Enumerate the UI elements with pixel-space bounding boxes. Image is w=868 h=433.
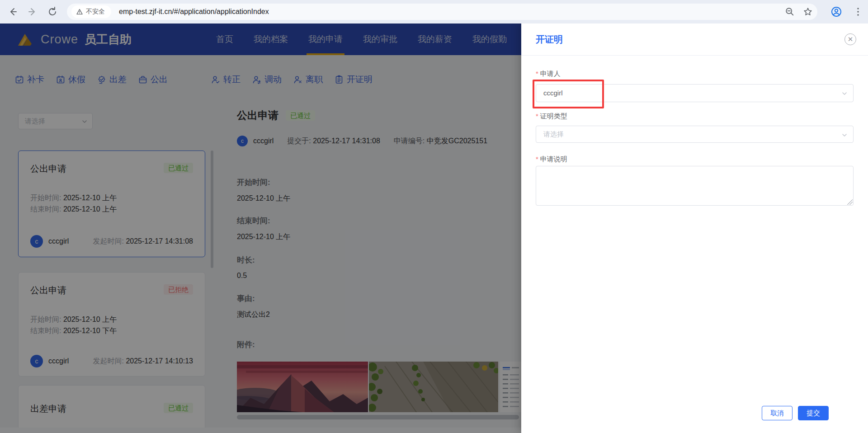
- url-text[interactable]: emp-test.zjf-it.cn/#/application/applica…: [119, 4, 269, 20]
- page-content: Crowe 员工自助 首页 我的档案 我的申请 我的审批 我的薪资 我的假勤 补…: [0, 24, 868, 433]
- required-asterisk: *: [536, 155, 538, 163]
- description-textarea[interactable]: [536, 166, 854, 206]
- reload-icon[interactable]: [47, 6, 58, 17]
- zoom-out-icon[interactable]: [785, 7, 795, 17]
- applicant-select[interactable]: cccgirl: [536, 84, 854, 102]
- applicant-value: cccgirl: [543, 89, 563, 97]
- profile-icon[interactable]: [831, 6, 842, 17]
- address-bar[interactable]: 不安全 emp-test.zjf-it.cn/#/application/app…: [67, 4, 817, 20]
- divider: [521, 55, 868, 56]
- certificate-type-label: *证明类型: [536, 112, 567, 121]
- security-chip[interactable]: 不安全: [71, 5, 111, 18]
- menu-dots-icon[interactable]: [853, 6, 863, 17]
- required-asterisk: *: [536, 112, 538, 120]
- drawer-title: 开证明: [536, 33, 563, 46]
- required-asterisk: *: [536, 70, 538, 77]
- forward-icon[interactable]: [27, 6, 38, 17]
- applicant-label: *申请人: [536, 70, 561, 78]
- chevron-down-icon: [841, 90, 848, 97]
- screenshot-root: 不安全 emp-test.zjf-it.cn/#/application/app…: [0, 0, 868, 433]
- cancel-button[interactable]: 取消: [762, 406, 793, 420]
- browser-chrome: 不安全 emp-test.zjf-it.cn/#/application/app…: [0, 0, 868, 24]
- back-icon[interactable]: [7, 6, 18, 17]
- certificate-type-select[interactable]: 请选择: [536, 126, 854, 143]
- bookmark-star-icon[interactable]: [803, 7, 813, 17]
- warning-icon: [76, 8, 83, 15]
- security-label: 不安全: [86, 8, 105, 16]
- submit-button[interactable]: 提交: [798, 406, 829, 420]
- certificate-type-placeholder: 请选择: [543, 130, 564, 138]
- chevron-down-icon: [841, 132, 848, 138]
- description-label: *申请说明: [536, 155, 567, 164]
- close-icon[interactable]: ✕: [844, 33, 856, 45]
- certificate-drawer: 开证明 ✕ *申请人 cccgirl *证明类型 请选择 *申请说明: [521, 24, 868, 433]
